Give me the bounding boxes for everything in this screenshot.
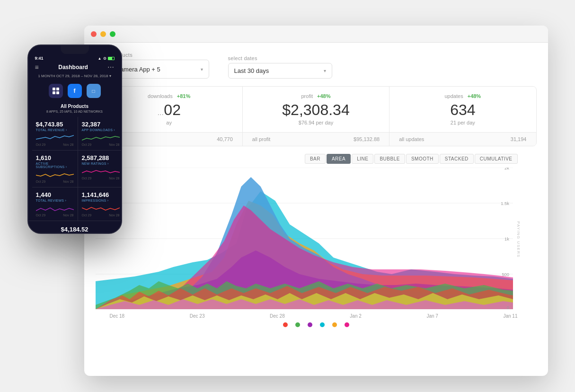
phone-apps-row: f □ — [28, 81, 121, 101]
x-label-jan7: Jan 7 — [426, 313, 438, 319]
legend-purple — [308, 322, 312, 327]
phone-period[interactable]: 1 MONTH OCT 29, 2018 – NOV 28, 2018 ▾ — [28, 74, 121, 81]
selects-row: select products ⊞ Camera App + 5 ▾ selec… — [96, 52, 537, 79]
updates-value: 634 — [399, 101, 526, 119]
x-label-jan2: Jan 2 — [350, 313, 361, 319]
updates-footer: all updates 31,194 — [389, 133, 536, 146]
phone-stat-subscriptions: 1,610 ACTIVE SUBSCRIPTIONS › Oct 29Nov 2… — [32, 151, 78, 187]
phone-downloads-label[interactable]: APP DOWNLOADS › — [82, 128, 120, 132]
phone-reviews-label[interactable]: TOTAL REVIEWS › — [36, 199, 74, 202]
phone-reviews-value: 1,440 — [36, 191, 74, 198]
profit-change: +48% — [317, 93, 330, 99]
phone-screen: 9:41 ▲ ⊙ ≡ Dashboard ⋯ 1 MONTH OCT 29, 2… — [28, 45, 121, 233]
phone-downloads-value: 32,387 — [82, 121, 120, 128]
phone-stats-grid: $4,743.85 TOTAL REVENUE › Oct 29Nov 28 3… — [28, 117, 121, 221]
chart-type-line[interactable]: LINE — [352, 154, 373, 164]
chevron-down-icon: ▾ — [324, 68, 326, 73]
profit-footer-label: all profit — [252, 136, 271, 142]
chart-type-buttons: BAR AREA LINE BUBBLE SMOOTH STACKED CUMU… — [96, 154, 537, 164]
profit-sub: $76.94 per day — [252, 120, 380, 125]
downloads-footer-value: 40,770 — [217, 136, 233, 142]
phone-notch — [61, 45, 89, 54]
phone-stat-reviews: 1,440 TOTAL REVIEWS › Oct 29Nov 28 — [32, 187, 78, 221]
chart-type-smooth[interactable]: SMOOTH — [406, 154, 439, 164]
updates-footer-value: 31,194 — [511, 136, 527, 142]
chart-type-cumulative[interactable]: CUMULATIVE — [475, 154, 518, 164]
chevron-down-icon: ▾ — [201, 67, 203, 72]
x-label-dec28: Dec 28 — [270, 313, 285, 319]
chart-legend — [96, 319, 537, 331]
phone-ratings-value: 2,587,288 — [82, 154, 120, 161]
downloads-sparkline — [82, 134, 120, 141]
window-titlebar — [84, 26, 548, 43]
profit-value: $2,308.34 — [252, 101, 380, 119]
maximize-button[interactable] — [110, 31, 115, 37]
phone-time: 9:41 — [35, 56, 44, 61]
legend-orange — [332, 322, 337, 327]
mobile-phone: 9:41 ▲ ⊙ ≡ Dashboard ⋯ 1 MONTH OCT 29, 2… — [27, 45, 122, 234]
profit-footer-value: $95,132.88 — [354, 136, 380, 142]
phone-stat-ratings: 2,587,288 NEW RATINGS › Oct 29Nov 28 — [78, 151, 121, 187]
minimize-button[interactable] — [100, 31, 106, 37]
svg-rect-13 — [56, 91, 59, 94]
svg-rect-12 — [53, 91, 55, 94]
phone-revenue-label[interactable]: TOTAL REVENUE › — [36, 128, 74, 132]
downloads-value: …02 — [106, 101, 233, 119]
downloads-label: downloads — [148, 93, 173, 99]
phone-revenue-value: $4,743.85 — [36, 121, 74, 128]
revenue-sparkline — [36, 134, 74, 141]
battery-icon — [108, 57, 115, 60]
svg-text:1.5k: 1.5k — [501, 201, 509, 206]
legend-teal — [320, 322, 325, 327]
legend-green — [295, 322, 300, 327]
chart-wrapper: 2k 1.5k 1k 500 0 PAYING USERS — [96, 168, 537, 312]
y-axis-title: PAYING USERS — [516, 222, 521, 258]
profit-label: profit — [301, 93, 313, 99]
phone-all-products: All Products — [28, 104, 121, 109]
area-chart: 2k 1.5k 1k 500 0 — [96, 168, 513, 310]
chart-type-bubble[interactable]: BUBBLE — [374, 154, 405, 164]
svg-text:500: 500 — [502, 272, 509, 277]
dates-label: select dates — [228, 55, 332, 61]
more-icon[interactable]: ⋯ — [107, 63, 114, 71]
chart-section: BAR AREA LINE BUBBLE SMOOTH STACKED CUMU… — [96, 154, 537, 331]
phone-all-sub: 8 APPS, 25 IAPS, 10 AD NETWORKS — [28, 110, 121, 113]
phone-status-bar: 9:41 ▲ ⊙ — [28, 55, 121, 61]
chart-type-area[interactable]: AREA — [327, 154, 351, 164]
close-button[interactable] — [91, 31, 97, 37]
phone-title: Dashboard — [58, 64, 88, 71]
phone-stat-revenue: $4,743.85 TOTAL REVENUE › Oct 29Nov 28 — [32, 117, 78, 151]
dates-value: Last 30 days — [234, 67, 320, 74]
desktop-window: select products ⊞ Camera App + 5 ▾ selec… — [84, 26, 548, 376]
apps-icon[interactable] — [49, 84, 63, 98]
reviews-sparkline — [36, 204, 74, 212]
phone-ratings-label[interactable]: NEW RATINGS › — [82, 162, 120, 165]
svg-text:2k: 2k — [504, 168, 509, 170]
downloads-sub: ay — [106, 120, 233, 125]
phone-status-icons: ▲ ⊙ — [98, 56, 115, 61]
stats-container: downloads +81% …02 ay profit — [96, 86, 537, 146]
hamburger-icon[interactable]: ≡ — [35, 63, 39, 71]
legend-pink — [345, 322, 349, 327]
wifi-icon: ⊙ — [103, 56, 106, 61]
phone-stat-impressions: 1,141,646 IMPRESSIONS › Oct 29Nov 28 — [78, 187, 121, 221]
phone-total: $4,184.52 — [28, 221, 121, 233]
updates-footer-label: all updates — [399, 136, 424, 142]
svg-rect-11 — [56, 88, 59, 90]
chart-type-stacked[interactable]: STACKED — [440, 154, 474, 164]
downloads-change: +81% — [177, 93, 190, 99]
facebook-icon[interactable]: f — [68, 84, 82, 98]
ratings-sparkline — [82, 167, 120, 175]
x-label-dec23: Dec 23 — [190, 313, 205, 319]
signal-icon: ▲ — [98, 56, 102, 61]
phone-subscriptions-label[interactable]: ACTIVE SUBSCRIPTIONS › — [36, 162, 74, 169]
dates-select[interactable]: Last 30 days ▾ — [228, 63, 332, 79]
chart-type-bar[interactable]: BAR — [305, 154, 326, 164]
phone-impressions-label[interactable]: IMPRESSIONS › — [82, 199, 120, 202]
dates-select-group: select dates Last 30 days ▾ — [228, 55, 332, 79]
svg-text:1k: 1k — [504, 237, 509, 241]
products-value: Camera App + 5 — [116, 66, 197, 73]
phone-impressions-value: 1,141,646 — [82, 191, 120, 198]
app3-icon[interactable]: □ — [87, 84, 101, 98]
phone-subscriptions-value: 1,610 — [36, 154, 74, 161]
